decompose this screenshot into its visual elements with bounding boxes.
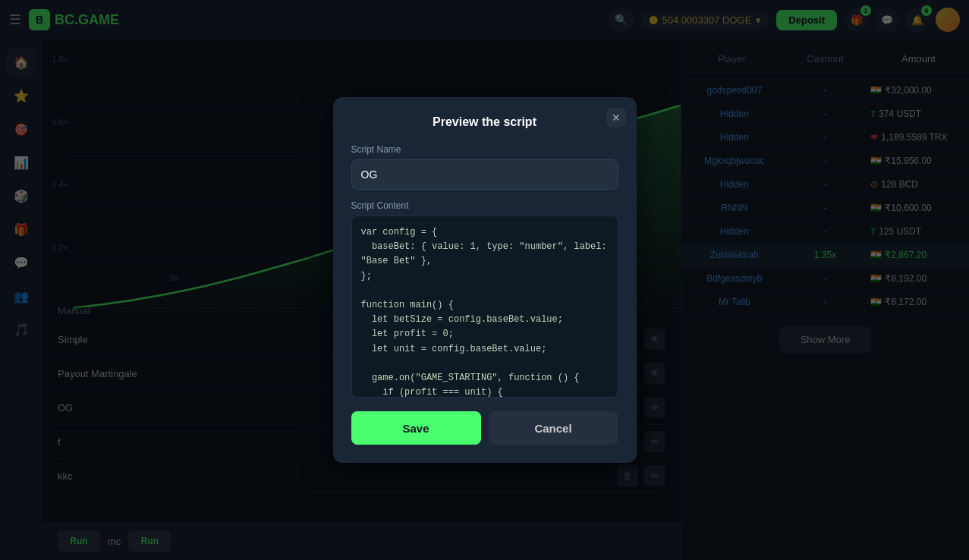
script-name-input[interactable]	[351, 159, 618, 190]
preview-script-modal: Preview the script ✕ Script Name Script …	[333, 97, 637, 463]
cancel-button[interactable]: Cancel	[489, 411, 618, 445]
script-content-textarea[interactable]: var config = { baseBet: { value: 1, type…	[351, 216, 618, 398]
modal-close-button[interactable]: ✕	[606, 108, 626, 127]
modal-title: Preview the script	[351, 115, 618, 129]
save-button[interactable]: Save	[351, 411, 481, 445]
script-content-label: Script Content	[351, 200, 618, 211]
script-name-label: Script Name	[351, 144, 618, 155]
modal-overlay: Preview the script ✕ Script Name Script …	[0, 0, 969, 560]
modal-actions: Save Cancel	[351, 411, 618, 445]
